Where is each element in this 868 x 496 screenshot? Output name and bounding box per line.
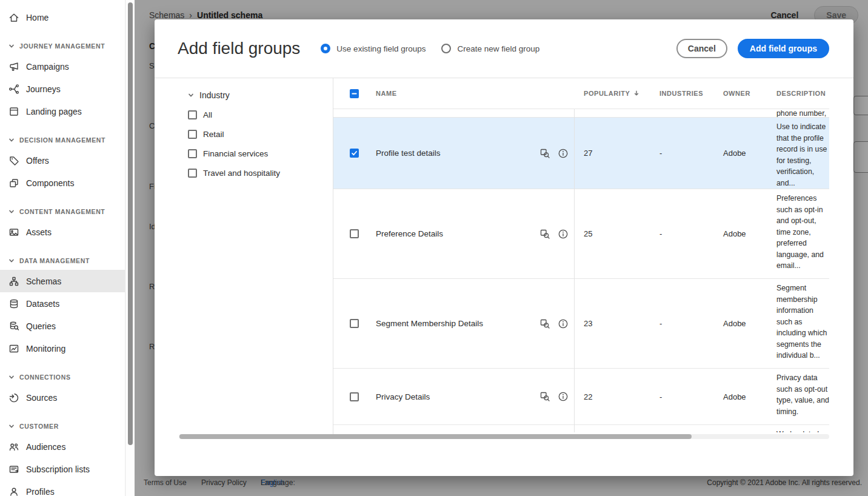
row-checkbox-checked[interactable] xyxy=(350,149,359,158)
chevron-down-icon xyxy=(8,423,15,429)
info-icon[interactable] xyxy=(558,148,569,159)
owner-value: Adobe xyxy=(723,319,776,328)
filter-option-retail[interactable]: Retail xyxy=(188,130,321,139)
subscription-list-icon xyxy=(8,464,19,475)
preview-icon[interactable] xyxy=(539,229,550,240)
info-icon[interactable] xyxy=(558,318,569,329)
assets-image-icon xyxy=(8,227,19,238)
info-icon[interactable] xyxy=(558,391,569,402)
sidebar-item-label: Campaigns xyxy=(26,62,69,72)
sources-icon xyxy=(8,392,19,403)
sidebar-item-queries[interactable]: Queries xyxy=(0,315,125,337)
sidebar-item-label: Audiences xyxy=(26,442,65,452)
row-checkbox-unchecked[interactable] xyxy=(350,229,359,238)
journey-icon xyxy=(8,84,19,95)
filter-option-financial-services[interactable]: Financial services xyxy=(188,149,321,158)
info-icon[interactable] xyxy=(558,229,569,240)
sidebar-item-journeys[interactable]: Journeys xyxy=(0,78,125,100)
sidebar-section-decision-management[interactable]: DECISION MANAGEMENT xyxy=(0,131,125,149)
sidebar-item-home[interactable]: Home xyxy=(0,6,125,28)
column-header-owner[interactable]: OWNER xyxy=(723,90,776,97)
row-checkbox-unchecked[interactable] xyxy=(350,319,359,328)
sidebar-section-customer[interactable]: CUSTOMER xyxy=(0,417,125,435)
popularity-value: 25 xyxy=(584,229,659,238)
description-value: Privacy data such as opt-out type, value… xyxy=(776,369,829,424)
select-all-checkbox[interactable] xyxy=(350,89,359,98)
industry-filter-toggle[interactable]: Industry xyxy=(188,90,321,100)
sidebar-item-sources[interactable]: Sources xyxy=(0,386,125,409)
industries-value: - xyxy=(659,149,723,158)
checkbox-unchecked[interactable] xyxy=(188,169,197,178)
description-value: Preferences such as opt-in and opt-out, … xyxy=(776,189,829,278)
table-row-segment-membership-details[interactable]: Segment Membership Details 23 - Adobe Se… xyxy=(333,279,829,369)
left-nav: Home JOURNEY MANAGEMENT Campaigns Journe… xyxy=(0,0,125,496)
checkbox-unchecked[interactable] xyxy=(188,149,197,158)
filter-option-travel-hospitality[interactable]: Travel and hospitality xyxy=(188,169,321,178)
chevron-down-icon xyxy=(8,209,15,215)
sidebar-section-journey-management[interactable]: JOURNEY MANAGEMENT xyxy=(0,37,125,55)
description-fragment: phone number, xyxy=(776,109,829,118)
dialog-title: Add field groups xyxy=(178,39,300,58)
profile-person-icon xyxy=(8,486,19,496)
home-icon xyxy=(8,12,19,23)
column-header-industries[interactable]: INDUSTRIES xyxy=(659,90,723,97)
sidebar-item-label: Queries xyxy=(26,321,56,331)
table-row-privacy-details[interactable]: Privacy Details 22 - Adobe Privacy data … xyxy=(333,369,829,425)
frozen-column-divider xyxy=(574,109,575,432)
preview-icon[interactable] xyxy=(539,148,550,159)
column-header-description[interactable]: DESCRIPTION xyxy=(776,90,829,97)
row-checkbox-unchecked[interactable] xyxy=(350,392,359,401)
column-header-label: POPULARITY xyxy=(584,90,630,97)
table-row-profile-test-details[interactable]: Profile test details 27 - Adobe Use to i… xyxy=(333,118,829,189)
chevron-down-icon xyxy=(8,258,15,264)
sidebar-item-label: Profiles xyxy=(26,487,55,496)
sidebar-item-schemas[interactable]: Schemas xyxy=(0,270,125,292)
chevron-down-icon xyxy=(8,374,15,380)
database-icon xyxy=(8,298,19,309)
horizontal-scrollbar[interactable] xyxy=(179,434,829,439)
preview-icon[interactable] xyxy=(539,391,550,402)
sidebar-scrollbar-thumb[interactable] xyxy=(128,2,133,445)
chevron-down-icon xyxy=(188,92,194,98)
filter-panel: Industry All Retail Financial services T… xyxy=(155,78,333,434)
horizontal-scrollbar-thumb[interactable] xyxy=(179,434,692,439)
field-group-name: Segment Membership Details xyxy=(376,319,532,328)
sidebar-section-connections[interactable]: CONNECTIONS xyxy=(0,368,125,386)
checkbox-unchecked[interactable] xyxy=(188,110,197,119)
filter-option-label: All xyxy=(203,110,212,119)
sidebar-item-subscription-lists[interactable]: Subscription lists xyxy=(0,458,125,480)
sort-descending-icon xyxy=(633,90,640,97)
sidebar-item-components[interactable]: Components xyxy=(0,172,125,194)
table-row-preference-details[interactable]: Preference Details 25 - Adobe Preference… xyxy=(333,189,829,279)
table-row-partial-bottom[interactable]: Work-related xyxy=(333,425,829,432)
sidebar-section-content-management[interactable]: CONTENT MANAGEMENT xyxy=(0,203,125,221)
filter-group-label: Industry xyxy=(199,90,230,100)
sidebar-section-data-management[interactable]: DATA MANAGEMENT xyxy=(0,252,125,270)
description-fragment: Work-related xyxy=(776,425,829,432)
sidebar-item-datasets[interactable]: Datasets xyxy=(0,292,125,315)
monitoring-chart-icon xyxy=(8,343,19,354)
dialog-cancel-button[interactable]: Cancel xyxy=(676,39,727,58)
sidebar-item-landing-pages[interactable]: Landing pages xyxy=(0,100,125,122)
column-header-popularity[interactable]: POPULARITY xyxy=(584,90,659,97)
table-row-partial-top[interactable]: phone number, xyxy=(333,109,829,118)
filter-option-label: Financial services xyxy=(203,149,268,158)
owner-value: Adobe xyxy=(723,392,776,401)
sidebar-scrollbar[interactable] xyxy=(126,0,135,496)
sidebar-item-campaigns[interactable]: Campaigns xyxy=(0,55,125,78)
sidebar-item-offers[interactable]: Offers xyxy=(0,149,125,172)
preview-icon[interactable] xyxy=(539,318,550,329)
indeterminate-dash-icon xyxy=(351,90,358,97)
column-header-name[interactable]: NAME xyxy=(376,90,584,97)
filter-option-label: Retail xyxy=(203,130,224,139)
checkbox-unchecked[interactable] xyxy=(188,130,197,139)
radio-create-new[interactable]: Create new field group xyxy=(441,44,539,53)
add-field-groups-button[interactable]: Add field groups xyxy=(738,39,829,58)
field-groups-table-panel: NAME POPULARITY INDUSTRIES OWNER DESCRIP… xyxy=(333,78,853,434)
sidebar-item-audiences[interactable]: Audiences xyxy=(0,435,125,458)
sidebar-item-assets[interactable]: Assets xyxy=(0,221,125,243)
radio-use-existing[interactable]: Use existing field groups xyxy=(321,44,426,53)
sidebar-item-profiles[interactable]: Profiles xyxy=(0,480,125,496)
filter-option-all[interactable]: All xyxy=(188,110,321,119)
sidebar-item-monitoring[interactable]: Monitoring xyxy=(0,337,125,360)
